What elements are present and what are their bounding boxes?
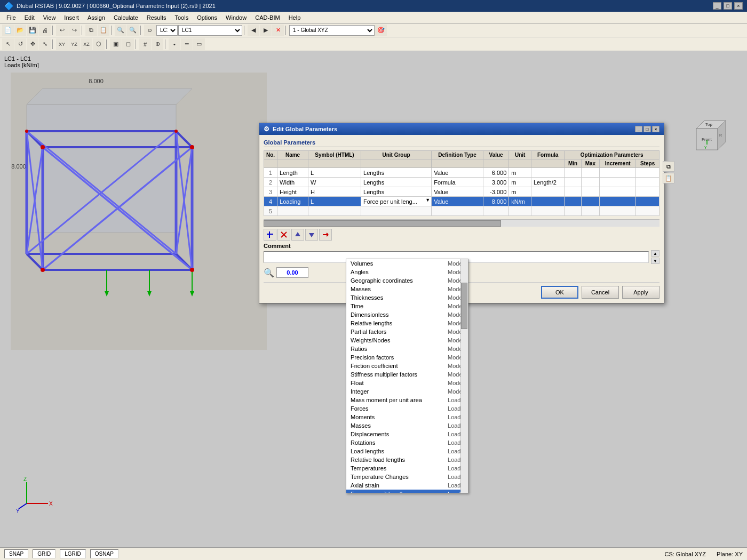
row4-symbol[interactable]: L [308,197,361,206]
dd-item-partial[interactable]: Partial factorsModel [346,327,468,336]
row5-inc[interactable] [600,206,636,216]
dd-item-int[interactable]: IntegerModel [346,387,468,396]
formula-input[interactable] [276,267,308,278]
row3-inc[interactable] [600,187,636,197]
row4-max[interactable] [581,197,599,206]
row3-unitgroup[interactable]: Lengths [361,187,432,197]
row1-unit[interactable]: m [509,168,531,178]
row1-steps[interactable] [636,168,659,178]
row5-symbol[interactable] [308,206,361,216]
row4-inc[interactable] [600,197,636,206]
table-row[interactable]: 3 Height H Lengths Value -3.000 m [264,187,659,197]
row5-name[interactable] [277,206,308,216]
row1-value[interactable]: 6.000 [483,168,508,178]
dd-item-forces[interactable]: ForcesLoads [346,404,468,413]
table-row[interactable]: 1 Length L Lengths Value 6.000 m [264,168,659,178]
row1-max[interactable] [581,168,599,178]
dd-item-displ[interactable]: DisplacementsLoads [346,430,468,438]
row4-min[interactable] [565,197,582,206]
dialog-title-controls[interactable]: _ □ × [635,126,659,132]
dialog-minimize[interactable]: _ [635,126,642,132]
dd-item-rellen[interactable]: Relative lengthsModel [346,319,468,327]
dd-item-wn[interactable]: Weights/NodesModel [346,336,468,345]
row3-value[interactable]: -3.000 [483,187,508,197]
row3-deftype[interactable]: Value [432,187,483,197]
row4-unitgroup[interactable]: Force per unit leng... ▼ [361,197,432,206]
row4-value[interactable]: 8.000 [483,197,508,206]
row3-min[interactable] [565,187,582,197]
grid-status[interactable]: GRID [33,549,55,558]
cancel-button[interactable]: Cancel [582,286,619,299]
dd-item-volumes[interactable]: VolumesModel [346,259,468,268]
row1-deftype[interactable]: Value [432,168,483,178]
row4-formula[interactable] [531,197,564,206]
dd-item-mmpa[interactable]: Mass moment per unit areaLoads [346,396,468,404]
dialog-close[interactable]: × [652,126,659,132]
table-copy-btn[interactable]: ⧉ [663,161,674,172]
lgrid-status[interactable]: LGRID [60,549,86,558]
dd-item-tempch[interactable]: Temperature ChangesLoads [346,473,468,481]
move-down-btn[interactable] [305,229,318,241]
horizontal-scrollbar[interactable] [264,219,659,227]
dd-item-masses-m[interactable]: MassesModel [346,285,468,293]
osnap-status[interactable]: OSNAP [90,549,118,558]
row2-deftype[interactable]: Formula [432,178,483,187]
row3-steps[interactable] [636,187,659,197]
dd-item-stiff[interactable]: Stiffness multiplier factorsModel [346,370,468,379]
dd-item-relloadlen[interactable]: Relative load lengthsLoads [346,455,468,464]
row2-steps[interactable] [636,178,659,187]
row4-steps[interactable] [636,197,659,206]
row1-min[interactable] [565,168,582,178]
row2-formula[interactable]: Length/2 [531,178,564,187]
row3-symbol[interactable]: H [308,187,361,197]
snap-status[interactable]: SNAP [4,549,28,558]
row4-unit[interactable]: kN/m [509,197,531,206]
row5-unit[interactable] [509,206,531,216]
row5-min[interactable] [565,206,582,216]
apply-button[interactable]: Apply [622,286,659,299]
clear-btn[interactable] [319,229,332,241]
dialog-maximize[interactable]: □ [643,126,651,132]
row4-deftype[interactable]: Value [432,197,483,206]
table-paste-btn[interactable]: 📋 [663,173,674,183]
dd-item-angles[interactable]: AnglesModel [346,268,468,276]
dd-item-prec[interactable]: Precision factorsModel [346,353,468,362]
row2-unit[interactable]: m [509,178,531,187]
row2-value[interactable]: 3.000 [483,178,508,187]
scrollbar-thumb[interactable] [264,220,501,227]
dd-item-float[interactable]: FloatModel [346,379,468,387]
add-row-btn[interactable] [264,229,276,241]
row1-formula[interactable] [531,168,564,178]
dd-item-moments[interactable]: MomentsLoads [346,413,468,421]
dropdown-scrollbar[interactable] [460,259,468,493]
dd-item-dless[interactable]: DimensionlessModel [346,310,468,319]
dd-item-rot[interactable]: RotationsLoads [346,438,468,447]
row2-symbol[interactable]: W [308,178,361,187]
row3-max[interactable] [581,187,599,197]
dd-item-fpul[interactable]: Force per unit lengthLoads [346,490,468,493]
row3-formula[interactable] [531,187,564,197]
table-row[interactable]: 2 Width W Lengths Formula 3.000 m Length… [264,178,659,187]
row2-inc[interactable] [600,178,636,187]
row1-symbol[interactable]: L [308,168,361,178]
formula-search-btn[interactable]: 🔍 [264,268,274,278]
dd-item-loadlen[interactable]: Load lengthsLoads [346,447,468,455]
dd-item-thick[interactable]: ThicknessesModel [346,293,468,302]
table-row[interactable]: 4 Loading L Force per unit leng... ▼ Val… [264,197,659,206]
row2-unitgroup[interactable]: Lengths [361,178,432,187]
row1-inc[interactable] [600,168,636,178]
row3-name[interactable]: Height [277,187,308,197]
move-up-btn[interactable] [291,229,304,241]
dd-item-time[interactable]: TimeModel [346,302,468,310]
dd-item-temps[interactable]: TemperaturesLoads [346,464,468,473]
row2-max[interactable] [581,178,599,187]
row2-name[interactable]: Width [277,178,308,187]
table-row[interactable]: 5 [264,206,659,216]
row1-unitgroup[interactable]: Lengths [361,168,432,178]
row5-value[interactable] [483,206,508,216]
row4-name[interactable]: Loading [277,197,308,206]
row5-unitgroup[interactable] [361,206,432,216]
row5-formula[interactable] [531,206,564,216]
dropdown-scroll-thumb[interactable] [461,283,467,330]
row5-steps[interactable] [636,206,659,216]
